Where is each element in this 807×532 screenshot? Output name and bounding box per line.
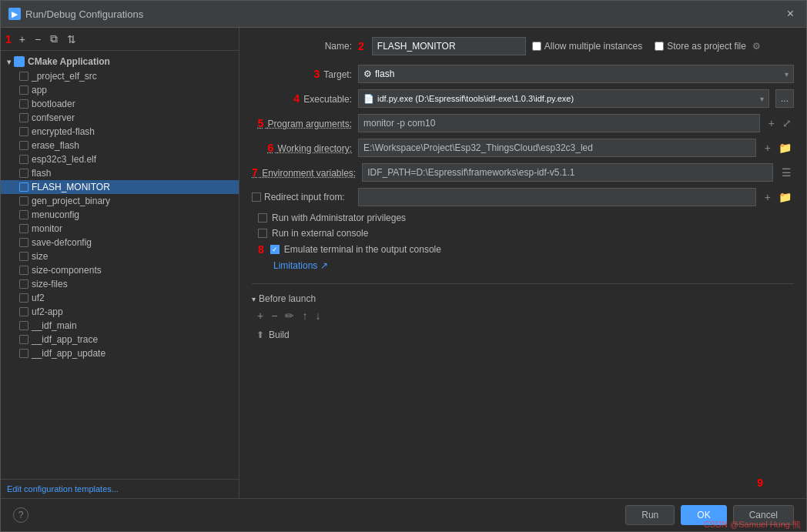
working-dir-row: 6 Working directory: E:\Workspace\Projec… — [252, 139, 794, 157]
before-launch-add-button[interactable]: + — [255, 309, 266, 323]
before-launch-remove-button[interactable]: − — [269, 309, 280, 323]
tree-item-size-files[interactable]: size-files — [1, 277, 239, 291]
allow-multiple-checkbox[interactable] — [532, 42, 541, 51]
env-vars-edit-button[interactable]: ☰ — [779, 166, 794, 179]
gear-icon: ⚙ — [363, 69, 372, 79]
redirect-input-checkbox[interactable] — [252, 192, 261, 202]
tree-item-uf2-app[interactable]: uf2-app — [1, 305, 239, 319]
item-label: __idf_main — [32, 320, 77, 331]
help-button[interactable]: ? — [13, 507, 28, 523]
before-launch-up-button[interactable]: ↑ — [300, 309, 310, 323]
before-launch-header: ▾ Before launch — [252, 293, 794, 304]
tree-item-size-components[interactable]: size-components — [1, 263, 239, 277]
tree-item-confserver[interactable]: confserver — [1, 111, 239, 125]
name-input[interactable] — [372, 37, 526, 55]
cmake-icon — [14, 56, 25, 67]
working-dir-add-button[interactable]: + — [762, 141, 773, 155]
redirect-input-row: Redirect input from: + 📁 — [252, 188, 794, 206]
emulate-terminal-checkbox[interactable]: ✓ — [270, 245, 280, 254]
chevron-down-icon: ▾ — [760, 95, 764, 103]
redirect-browse-button[interactable]: 📁 — [776, 190, 794, 204]
run-admin-checkbox[interactable] — [258, 213, 267, 223]
copy-config-button[interactable]: ⧉ — [47, 31, 61, 47]
store-project-checkbox[interactable] — [655, 42, 664, 51]
item-label: menuconfig — [32, 209, 79, 220]
annotation-9: 9 — [757, 477, 763, 489]
tree-item-gen-project[interactable]: gen_project_binary — [1, 194, 239, 208]
annotation-8: 8 — [258, 243, 264, 256]
run-external-label: Run in external console — [272, 228, 368, 239]
executable-browse-button[interactable]: ... — [775, 89, 794, 108]
allow-multiple-checkbox-label[interactable]: Allow multiple instances — [532, 41, 642, 52]
program-args-field[interactable]: monitor -p com10 — [358, 114, 760, 132]
tree-item-flash[interactable]: flash — [1, 166, 239, 180]
item-icon — [19, 266, 28, 275]
add-config-button[interactable]: + — [16, 32, 28, 47]
limitations-link[interactable]: Limitations ↗ — [273, 260, 328, 271]
edit-templates-link[interactable]: Edit configuration templates... — [1, 479, 239, 498]
item-icon — [19, 127, 28, 136]
title-bar: ▶ Run/Debug Configurations × — [1, 1, 806, 28]
target-dropdown[interactable]: ⚙ flash ▾ — [358, 65, 794, 83]
item-icon — [19, 210, 28, 219]
tree-item-menuconfig[interactable]: menuconfig — [1, 208, 239, 222]
tree-item-idf-main[interactable]: __idf_main — [1, 319, 239, 333]
tree-item-uf2[interactable]: uf2 — [1, 291, 239, 305]
store-settings-icon: ⚙ — [752, 41, 761, 52]
tree-item-app[interactable]: app — [1, 83, 239, 97]
item-label: gen_project_binary — [32, 196, 110, 206]
tree-item-encrypted-flash[interactable]: encrypted-flash — [1, 125, 239, 139]
before-launch-section: ▾ Before launch + − ✏ ↑ ↓ ⬆ Build — [252, 293, 794, 343]
tree-item-size[interactable]: size — [1, 249, 239, 263]
tree-item-monitor[interactable]: monitor — [1, 222, 239, 236]
item-label: _project_elf_src — [32, 71, 97, 82]
working-dir-field[interactable]: E:\Workspace\Project\Esp32_ThingsCloud\e… — [358, 139, 756, 157]
sidebar-toolbar: 1 + − ⧉ ⇅ — [1, 28, 239, 51]
run-external-row: Run in external console — [252, 228, 794, 239]
program-args-fullscreen-button[interactable]: ⤢ — [780, 116, 794, 130]
tree-item-erase-flash[interactable]: erase_flash — [1, 139, 239, 152]
tree-item-save-defconfig[interactable]: save-defconfig — [1, 236, 239, 249]
target-label-text: Target: — [323, 69, 352, 80]
sort-config-button[interactable]: ⇅ — [64, 32, 79, 47]
cmake-application-category[interactable]: ▾ CMake Application — [1, 54, 239, 69]
tree-item-bootloader[interactable]: bootloader — [1, 97, 239, 111]
run-external-checkbox[interactable] — [258, 229, 267, 238]
redirect-input-field[interactable] — [358, 188, 756, 206]
run-button[interactable]: Run — [625, 505, 675, 525]
program-args-expand-button[interactable]: + — [766, 116, 777, 130]
store-project-checkbox-label[interactable]: Store as project file — [655, 41, 746, 52]
tree-item-project-elf[interactable]: _project_elf_src — [1, 69, 239, 83]
tree-item-flash-monitor[interactable]: FLASH_MONITOR — [1, 180, 239, 194]
item-label: size-components — [32, 265, 102, 276]
annotation-9-area: 9 — [252, 477, 794, 489]
executable-value: idf.py.exe (D:\Espressif\tools\idf-exe\1… — [377, 94, 574, 103]
target-row: 3 Target: ⚙ flash ▾ — [252, 65, 794, 83]
item-icon — [19, 169, 28, 178]
before-launch-edit-button[interactable]: ✏ — [283, 309, 296, 323]
working-dir-browse-button[interactable]: 📁 — [776, 141, 794, 155]
executable-dropdown[interactable]: 📄 idf.py.exe (D:\Espressif\tools\idf-exe… — [358, 89, 769, 108]
tree-item-esp32c3[interactable]: esp32c3_led.elf — [1, 152, 239, 166]
run-admin-row: Run with Administrator privileges — [252, 212, 794, 223]
item-icon — [19, 238, 28, 247]
annotation-5: 5 — [257, 117, 263, 129]
tree-item-idf-app-trace[interactable]: __idf_app_trace — [1, 333, 239, 346]
before-launch-label: Before launch — [259, 293, 316, 304]
store-project-label: Store as project file — [667, 41, 746, 52]
tree-item-idf-app-update[interactable]: __idf_app_update — [1, 346, 239, 360]
before-launch-down-button[interactable]: ↓ — [313, 309, 323, 323]
close-button[interactable]: × — [782, 5, 799, 22]
item-label: uf2-app — [32, 306, 63, 317]
redirect-add-button[interactable]: + — [762, 190, 773, 204]
remove-config-button[interactable]: − — [32, 32, 44, 47]
name-label: Name: — [252, 41, 352, 52]
annotation-7: 7 — [252, 166, 258, 179]
item-label: __idf_app_update — [32, 348, 105, 359]
item-icon — [19, 293, 28, 303]
before-launch-arrow: ▾ — [252, 295, 256, 303]
target-label: 3 Target: — [252, 68, 352, 80]
executable-label: 4 Executable: — [252, 92, 352, 105]
env-vars-field[interactable]: IDF_PATH=D:\Espressif\frameworks\esp-idf… — [362, 163, 773, 182]
section-divider — [252, 283, 794, 284]
